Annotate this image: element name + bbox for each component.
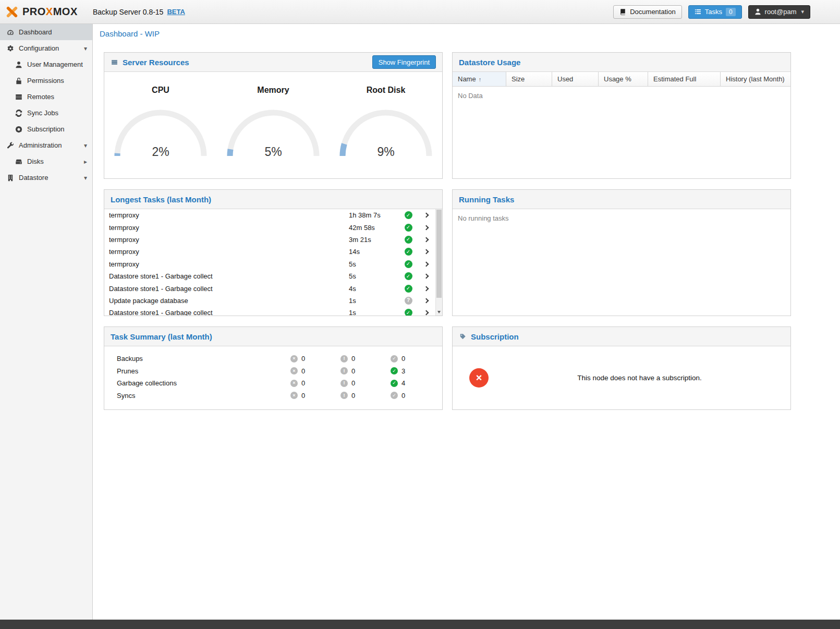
sidebar-item-dashboard[interactable]: Dashboard (0, 24, 92, 40)
ok-count: 4 (401, 379, 405, 387)
column-header-usage[interactable]: Usage % (599, 72, 648, 86)
open-task-button[interactable] (417, 262, 435, 266)
chevron-right-icon (423, 286, 429, 291)
gears-icon (6, 45, 15, 52)
sidebar-item-datastore[interactable]: Datastore▾ (0, 170, 92, 186)
caret-down-icon: ▾ (801, 8, 804, 15)
sidebar-item-sync-jobs[interactable]: Sync Jobs (0, 105, 92, 121)
warning-status-icon: ! (340, 392, 348, 399)
user-icon (15, 61, 23, 68)
task-row[interactable]: termproxy1h 38m 7s✓ (104, 209, 442, 221)
chevron-right-icon (423, 310, 429, 316)
ok-status-icon: ✓ (405, 309, 412, 316)
task-row[interactable]: termproxy14s✓ (104, 246, 442, 258)
sidebar-item-configuration[interactable]: Configuration▾ (0, 40, 92, 56)
column-label: Name (458, 75, 476, 83)
sidebar-item-user-management[interactable]: User Management (0, 56, 92, 72)
tasks-button[interactable]: Tasks 0 (688, 5, 742, 19)
summary-row-garbage-collections[interactable]: Garbage collections×0!0✓4 (104, 377, 442, 390)
column-header-size[interactable]: Size (506, 72, 552, 86)
column-label: History (last Month) (726, 75, 785, 83)
column-label: Usage % (604, 75, 631, 83)
warning-count: 0 (351, 379, 355, 387)
sidebar-item-remotes[interactable]: Remotes (0, 89, 92, 105)
task-summary-title: Task Summary (last Month) (111, 332, 212, 341)
task-row[interactable]: Datastore store1 - Garbage collect1s✓ (104, 307, 442, 316)
sidebar-item-administration[interactable]: Administration▾ (0, 137, 92, 153)
open-task-button[interactable] (417, 226, 435, 229)
tasks-label: Tasks (705, 8, 722, 16)
gauge-cpu: CPU2% (104, 86, 217, 178)
caret-down-icon: ▾ (84, 174, 87, 182)
warning-count: 0 (351, 355, 355, 362)
chevron-right-icon (423, 261, 429, 267)
task-name: termproxy (109, 248, 349, 256)
open-task-button[interactable] (417, 274, 435, 278)
book-icon (619, 8, 626, 15)
warning-count: 0 (351, 367, 355, 375)
task-name: termproxy (109, 236, 349, 244)
open-task-button[interactable] (417, 250, 435, 253)
documentation-button[interactable]: Documentation (613, 5, 681, 19)
page-title: Dashboard - WIP (93, 24, 840, 43)
error-status-icon: × (290, 380, 298, 387)
column-header-estimated-full[interactable]: Estimated Full (648, 72, 721, 86)
task-summary-panel: Task Summary (last Month) Backups×0!0✓0P… (104, 326, 443, 410)
gauge-memory: Memory5% (217, 86, 330, 178)
task-row[interactable]: termproxy3m 21s✓ (104, 234, 442, 246)
caret-down-icon: ▾ (84, 142, 87, 149)
sidebar-item-permissions[interactable]: Permissions (0, 72, 92, 89)
scrollbar[interactable] (435, 209, 442, 316)
sidebar-item-subscription[interactable]: Subscription (0, 121, 92, 137)
task-row[interactable]: termproxy42m 58s✓ (104, 221, 442, 233)
open-task-button[interactable] (417, 299, 435, 303)
error-count: 0 (301, 367, 305, 375)
sort-ascending-icon: ↑ (479, 76, 482, 82)
chevron-right-icon (423, 274, 429, 279)
ok-status-icon: ✓ (405, 211, 412, 219)
task-row[interactable]: Datastore store1 - Garbage collect5s✓ (104, 270, 442, 282)
beta-link[interactable]: BETA (167, 8, 185, 16)
task-name: Update package database (109, 297, 349, 305)
gauges-container: CPU2%Memory5%Root Disk9% (104, 72, 442, 178)
running-tasks-panel: Running Tasks No running tasks (452, 189, 791, 316)
task-duration: 1h 38m 7s (349, 211, 399, 219)
column-header-used[interactable]: Used (552, 72, 599, 86)
task-status: ? (399, 297, 417, 305)
open-task-button[interactable] (417, 238, 435, 241)
gauge-arc: 2% (112, 105, 209, 158)
task-row[interactable]: Update package database1s? (104, 295, 442, 307)
summary-row-prunes[interactable]: Prunes×0!0✓3 (104, 365, 442, 378)
task-list-icon (695, 8, 701, 15)
open-task-button[interactable] (417, 213, 435, 217)
task-row[interactable]: Datastore store1 - Garbage collect4s✓ (104, 282, 442, 294)
running-tasks-title: Running Tasks (459, 195, 514, 204)
task-row[interactable]: termproxy5s✓ (104, 258, 442, 270)
user-menu-button[interactable]: root@pam ▾ (748, 5, 810, 19)
running-tasks-empty-text: No running tasks (453, 209, 790, 227)
ok-status-icon: ✓ (391, 392, 398, 399)
error-status-icon: × (290, 392, 298, 399)
running-tasks-header: Running Tasks (453, 190, 790, 209)
column-header-history-last-month[interactable]: History (last Month) (721, 72, 790, 86)
unlock-icon (15, 77, 23, 84)
server-icon (15, 93, 23, 101)
datastore-usage-title: Datastore Usage (459, 58, 520, 67)
server-resources-icon (111, 59, 118, 66)
datastore-usage-body: Name↑SizeUsedUsage %Estimated FullHistor… (453, 72, 790, 178)
summary-row-backups[interactable]: Backups×0!0✓0 (104, 353, 442, 365)
sidebar-item-label: Disks (27, 158, 44, 165)
summary-row-syncs[interactable]: Syncs×0!0✓0 (104, 390, 442, 402)
column-label: Estimated Full (653, 75, 696, 83)
ok-count-cell: ✓0 (391, 392, 441, 400)
task-status: ✓ (399, 211, 417, 219)
scrollbar-down-arrow[interactable] (436, 309, 442, 316)
sidebar-item-disks[interactable]: Disks▸ (0, 153, 92, 170)
open-task-button[interactable] (417, 287, 435, 291)
ok-count-cell: ✓0 (391, 355, 441, 362)
column-header-name[interactable]: Name↑ (453, 72, 506, 86)
ok-count: 3 (401, 367, 405, 375)
open-task-button[interactable] (417, 311, 435, 314)
show-fingerprint-button[interactable]: Show Fingerprint (372, 55, 436, 69)
scrollbar-thumb[interactable] (436, 210, 442, 298)
